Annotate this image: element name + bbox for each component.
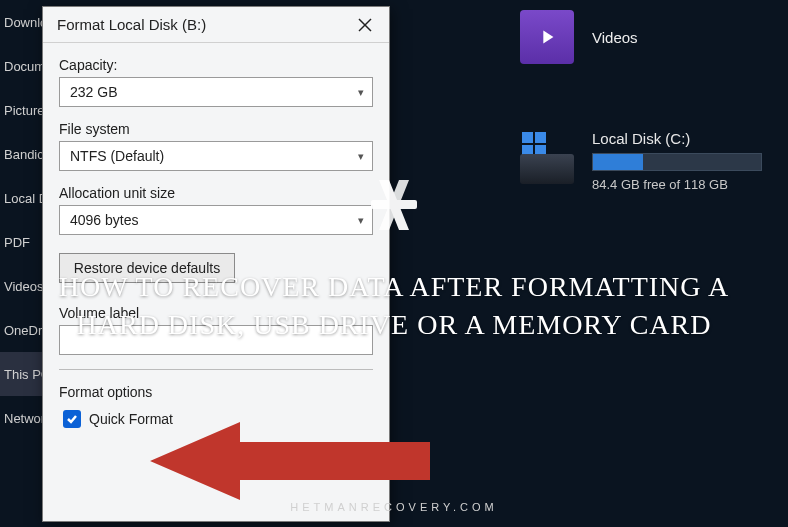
drive-icon [520, 130, 574, 184]
overlay-credit: HETMANRECOVERY.COM [0, 501, 788, 513]
filesystem-select[interactable]: NTFS (Default) ▾ [59, 141, 373, 171]
capacity-label: Capacity: [59, 57, 373, 73]
videos-folder-label: Videos [592, 29, 638, 46]
quick-format-checkbox[interactable] [63, 410, 81, 428]
windows-logo-icon [522, 132, 546, 156]
format-dialog: Format Local Disk (B:) Capacity: 232 GB … [42, 6, 390, 522]
chevron-down-icon: ▾ [358, 150, 364, 163]
capacity-select[interactable]: 232 GB ▾ [59, 77, 373, 107]
local-disk-c-item[interactable]: Local Disk (C:) 84.4 GB free of 118 GB [520, 130, 762, 192]
close-icon [358, 18, 372, 32]
filesystem-label: File system [59, 121, 373, 137]
videos-folder-item[interactable]: Videos [520, 10, 638, 64]
overlay-headline: HOW TO RECOVER DATA AFTER FORMATTING A H… [0, 268, 788, 344]
videos-folder-icon [520, 10, 574, 64]
dialog-titlebar: Format Local Disk (B:) [43, 7, 389, 43]
hetman-logo-icon [359, 170, 429, 240]
svg-rect-5 [371, 200, 417, 209]
close-button[interactable] [349, 11, 381, 39]
allocation-select[interactable]: 4096 bytes ▾ [59, 205, 373, 235]
allocation-label: Allocation unit size [59, 185, 373, 201]
disk-free-label: 84.4 GB free of 118 GB [592, 177, 762, 192]
dialog-title: Format Local Disk (B:) [57, 16, 206, 33]
chevron-down-icon: ▾ [358, 86, 364, 99]
format-options-label: Format options [59, 384, 373, 400]
quick-format-label: Quick Format [89, 411, 173, 427]
section-divider [59, 369, 373, 370]
disk-name-label: Local Disk (C:) [592, 130, 762, 147]
disk-usage-bar [592, 153, 762, 171]
